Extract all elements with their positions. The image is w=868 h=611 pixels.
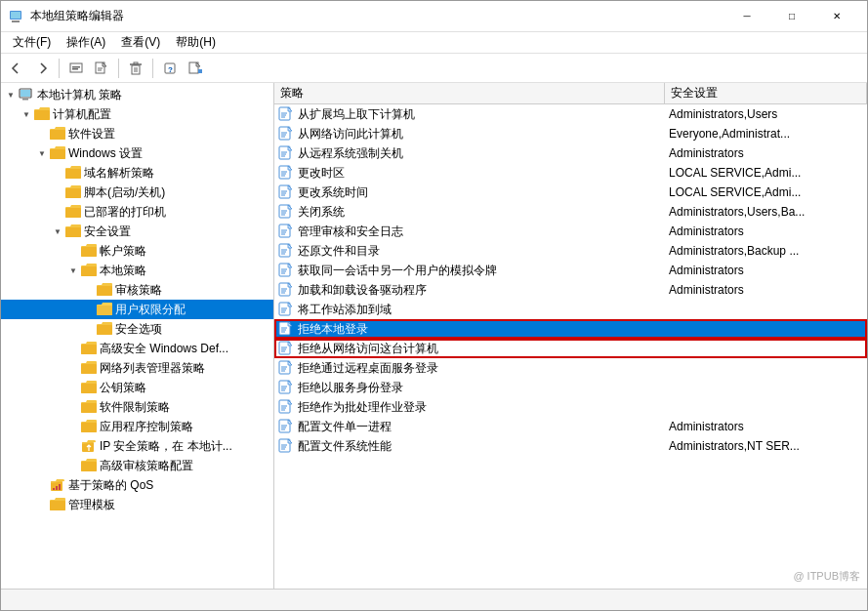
minimize-button[interactable]: ─ [724,1,769,32]
tree-label: 高级审核策略配置 [100,458,193,474]
policy-name: 从远程系统强制关机 [298,145,403,162]
expand-icon: ▶ [34,477,50,493]
tree-item-admin-templates[interactable]: ▶ 管理模板 [1,495,273,514]
menu-file[interactable]: 文件(F) [5,32,59,53]
back-button[interactable] [5,57,28,80]
folder-icon [97,321,112,337]
svg-rect-29 [81,266,97,276]
list-row[interactable]: 获取同一会话中另一个用户的模拟令牌Administrators [274,261,867,280]
expand-icon: ▼ [65,263,81,278]
list-row[interactable]: 配置文件单一进程Administrators [274,417,867,436]
folder-icon [81,458,97,473]
policy-name: 配置文件单一进程 [298,419,392,435]
policy-name: 还原文件和目录 [298,243,380,260]
svg-rect-24 [65,169,81,179]
list-row[interactable]: 从扩展坞上取下计算机Administrators,Users [274,104,867,124]
browse-button[interactable] [64,57,88,80]
list-row[interactable]: 拒绝本地登录 [274,319,867,339]
policy-name: 拒绝以服务身份登录 [298,380,403,396]
export-button[interactable] [184,57,207,80]
col-setting[interactable]: 安全设置 [665,83,867,103]
svg-rect-22 [50,130,65,140]
tree-item-ip-security[interactable]: ▶ IP 安全策略，在 本地计... [1,436,273,456]
computer-icon [19,87,34,102]
tree-label: Windows 设置 [68,145,143,162]
close-button[interactable]: ✕ [814,1,859,32]
menu-action[interactable]: 操作(A) [59,32,113,53]
tree-label: 基于策略的 QoS [68,477,153,494]
list-row[interactable]: 更改时区LOCAL SERVICE,Admi... [274,163,867,183]
tree-item-software[interactable]: ▶ 软件设置 [1,124,273,143]
svg-rect-5 [72,68,78,70]
svg-rect-39 [81,462,97,471]
list-row[interactable]: 配置文件系统性能Administrators,NT SER... [274,436,867,456]
app-icon [9,9,24,24]
list-row[interactable]: 还原文件和目录Administrators,Backup ... [274,241,867,261]
list-row[interactable]: 加载和卸载设备驱动程序Administrators [274,280,867,300]
list-row[interactable]: 拒绝从网络访问这台计算机 [274,339,867,358]
svg-rect-23 [50,149,65,159]
expand-icon: ▶ [50,165,65,181]
delete-button[interactable] [124,57,147,80]
tree-item-account[interactable]: ▶ 帐户策略 [1,241,273,261]
main-content: ▼ 本地计算机 策略 ▼ 计算机配置 [1,83,867,589]
svg-rect-44 [50,501,65,510]
tree-item-printers[interactable]: ▶ 已部署的打印机 [1,202,273,222]
list-row[interactable]: 更改系统时间LOCAL SERVICE,Admi... [274,183,867,202]
tree-label: 审核策略 [115,282,162,299]
maximize-button[interactable]: □ [769,1,814,32]
list-row[interactable]: 管理审核和安全日志Administrators [274,222,867,241]
watermark: @ ITPUB博客 [793,569,860,584]
tree-item-security[interactable]: ▼ 安全设置 [1,222,273,241]
tree-item-software-restrict[interactable]: ▶ 软件限制策略 [1,397,273,417]
tree-item-app-control[interactable]: ▶ 应用程序控制策略 [1,417,273,436]
properties-button[interactable]: ? [158,57,182,80]
tree-item-security-options[interactable]: ▶ 安全选项 [1,319,273,339]
tree-label: 本地策略 [100,263,146,279]
list-row[interactable]: 拒绝作为批处理作业登录 [274,397,867,417]
list-row[interactable]: 将工作站添加到域 [274,300,867,319]
policy-name: 加载和卸载设备驱动程序 [298,282,427,299]
tree-item-local-policy[interactable]: ▼ 本地策略 [1,261,273,280]
folder-icon [65,184,81,200]
folder-icon [81,263,97,278]
list-row[interactable]: 从远程系统强制关机Administrators [274,143,867,163]
tree-item-dns[interactable]: ▶ 域名解析策略 [1,163,273,183]
forward-button[interactable] [30,57,54,80]
policy-setting: Administrators,Backup ... [665,244,867,258]
tree-item-qos[interactable]: ▶ 基于策略的 QoS [1,475,273,495]
tree-item-scripts[interactable]: ▶ 脚本(启动/关机) [1,183,273,202]
tree-item-windows-def[interactable]: ▶ 高级安全 Windows Def... [1,339,273,358]
menu-view[interactable]: 查看(V) [113,32,168,53]
tree-item-audit[interactable]: ▶ 审核策略 [1,280,273,300]
expand-icon: ▼ [34,145,50,161]
tree-item-user-rights[interactable]: ▶ 用户权限分配 [1,300,273,319]
list-body: 从扩展坞上取下计算机Administrators,Users 从网络访问此计算机… [274,104,867,589]
tree-item-windows-settings[interactable]: ▼ Windows 设置 [1,143,273,163]
tree-item-root[interactable]: ▼ 本地计算机 策略 [1,85,273,104]
menu-help[interactable]: 帮助(H) [168,32,224,53]
folder-icon [65,204,81,220]
tree-item-computer-config[interactable]: ▼ 计算机配置 [1,104,273,124]
list-row[interactable]: 关闭系统Administrators,Users,Ba... [274,202,867,222]
expand-icon: ▶ [65,360,81,376]
svg-rect-33 [81,345,97,354]
policy-setting: Administrators [665,283,867,297]
new-button[interactable] [90,57,113,80]
svg-rect-42 [56,486,58,490]
tree-label: 域名解析策略 [84,165,154,182]
tree-item-network-list[interactable]: ▶ 网络列表管理器策略 [1,358,273,378]
list-row[interactable]: 拒绝通过远程桌面服务登录 [274,358,867,378]
policy-setting: Administrators,Users [665,107,867,121]
window-title: 本地组策略编辑器 [30,8,724,24]
col-policy[interactable]: 策略 [274,83,665,103]
expand-icon: ▶ [81,302,97,317]
policy-setting: Administrators,NT SER... [665,439,867,453]
list-row[interactable]: 拒绝以服务身份登录 [274,378,867,397]
folder-icon [97,302,112,317]
policy-setting: LOCAL SERVICE,Admi... [665,185,867,199]
policy-name: 从网络访问此计算机 [298,126,403,143]
tree-item-public-key[interactable]: ▶ 公钥策略 [1,378,273,397]
tree-item-advanced-audit[interactable]: ▶ 高级审核策略配置 [1,456,273,475]
list-row[interactable]: 从网络访问此计算机Everyone,Administrat... [274,124,867,143]
